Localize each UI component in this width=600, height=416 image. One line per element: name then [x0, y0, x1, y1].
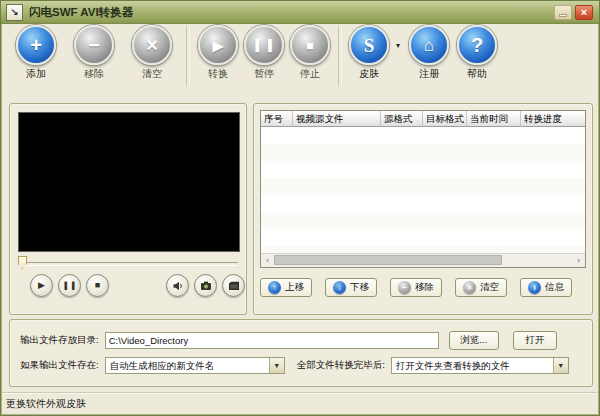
- col-current-time[interactable]: 当前时间: [467, 111, 521, 127]
- x-icon: ×: [463, 281, 476, 294]
- done-label: 全部文件转换完毕后:: [297, 359, 385, 372]
- open-button[interactable]: 打开: [513, 331, 557, 350]
- remove-item-button[interactable]: − 移除: [390, 278, 442, 297]
- browse-button[interactable]: 浏览...: [449, 331, 499, 350]
- player-play-button[interactable]: ▶: [30, 274, 53, 297]
- scroll-right-icon[interactable]: ›: [572, 254, 585, 266]
- clear-icon: ×: [132, 25, 172, 65]
- pause-button[interactable]: ▌▐ 暂停: [241, 25, 287, 81]
- register-button[interactable]: ⌂ 注册: [405, 25, 453, 81]
- clear-button[interactable]: × 清空: [123, 25, 181, 81]
- convert-button[interactable]: ▶ 转换: [195, 25, 241, 81]
- col-target-format[interactable]: 目标格式: [423, 111, 467, 127]
- clear-list-button[interactable]: × 清空: [455, 278, 507, 297]
- window-title: 闪电SWF AVI转换器: [29, 5, 133, 20]
- chevron-down-icon[interactable]: ▼: [553, 358, 568, 373]
- volume-button[interactable]: [166, 274, 189, 297]
- filelist-panel: 序号 视频源文件 源格式 目标格式 当前时间 转换进度 ‹ › ↑ 上移 ↓ 下…: [253, 103, 593, 315]
- minimize-button[interactable]: [554, 5, 572, 20]
- app-icon: ↘: [6, 4, 23, 21]
- output-dir-label: 输出文件存放目录:: [20, 334, 99, 347]
- add-icon: +: [16, 25, 56, 65]
- info-icon: i: [528, 281, 541, 294]
- seek-thumb[interactable]: [18, 256, 27, 269]
- seek-track: [20, 262, 238, 266]
- move-down-button[interactable]: ↓ 下移: [325, 278, 377, 297]
- col-source-format[interactable]: 源格式: [381, 111, 423, 127]
- stop-icon: ■: [290, 25, 330, 65]
- add-button[interactable]: + 添加: [7, 25, 65, 81]
- status-bar: 更换软件外观皮肤: [2, 392, 598, 414]
- col-progress[interactable]: 转换进度: [521, 111, 585, 127]
- skin-icon: S: [349, 25, 389, 65]
- status-text: 更换软件外观皮肤: [6, 397, 86, 411]
- up-arrow-icon: ↑: [268, 281, 281, 294]
- pause-icon: ▌▐: [244, 25, 284, 65]
- toolbar-separator: [338, 27, 342, 85]
- table-body[interactable]: [261, 127, 585, 253]
- snapshot-button[interactable]: [194, 274, 217, 297]
- scroll-left-icon[interactable]: ‹: [261, 254, 274, 266]
- skin-dropdown-arrow-icon[interactable]: ▾: [391, 41, 405, 50]
- video-preview: [18, 112, 240, 252]
- seek-slider[interactable]: [18, 256, 240, 270]
- player-controls: ▶ ▌▐ ■: [10, 274, 246, 300]
- preview-panel: ▶ ▌▐ ■: [9, 103, 247, 315]
- done-combobox[interactable]: 打开文件夹查看转换的文件 ▼: [391, 357, 569, 374]
- app-window: ↘ 闪电SWF AVI转换器 × + 添加 − 移除 × 清空 ▶ 转换 ▌▐: [0, 0, 600, 416]
- stop-button[interactable]: ■ 停止: [287, 25, 333, 81]
- fullscreen-button[interactable]: [222, 274, 245, 297]
- horizontal-scrollbar[interactable]: ‹ ›: [261, 253, 585, 267]
- output-dir-input[interactable]: [105, 332, 439, 349]
- move-up-button[interactable]: ↑ 上移: [260, 278, 312, 297]
- screen-icon: [228, 280, 240, 292]
- camera-icon: [200, 280, 212, 292]
- toolbar-separator: [186, 27, 190, 85]
- chevron-down-icon[interactable]: ▼: [269, 358, 284, 373]
- down-arrow-icon: ↓: [333, 281, 346, 294]
- convert-play-icon: ▶: [198, 25, 238, 65]
- exists-label: 如果输出文件存在:: [20, 359, 99, 372]
- remove-button[interactable]: − 移除: [65, 25, 123, 81]
- player-stop-button[interactable]: ■: [86, 274, 109, 297]
- help-button[interactable]: ? 帮助: [453, 25, 501, 81]
- minimize-icon: [559, 14, 567, 17]
- table-header: 序号 视频源文件 源格式 目标格式 当前时间 转换进度: [261, 111, 585, 127]
- player-pause-button[interactable]: ▌▐: [58, 274, 81, 297]
- remove-icon: −: [74, 25, 114, 65]
- col-index[interactable]: 序号: [261, 111, 293, 127]
- minus-icon: −: [398, 281, 411, 294]
- list-actions: ↑ 上移 ↓ 下移 − 移除 × 清空 i 信息: [260, 278, 572, 297]
- info-button[interactable]: i 信息: [520, 278, 572, 297]
- output-panel: 输出文件存放目录: 浏览... 打开 如果输出文件存在: 自动生成相应的新文件名…: [9, 319, 593, 387]
- close-button[interactable]: ×: [575, 5, 593, 20]
- col-source-file[interactable]: 视频源文件: [293, 111, 381, 127]
- toolbar: + 添加 − 移除 × 清空 ▶ 转换 ▌▐ 暂停 ■ 停止 S 皮肤 ▾: [7, 25, 501, 85]
- titlebar[interactable]: ↘ 闪电SWF AVI转换器 ×: [1, 1, 599, 24]
- file-table[interactable]: 序号 视频源文件 源格式 目标格式 当前时间 转换进度 ‹ ›: [260, 110, 586, 268]
- speaker-icon: [172, 280, 184, 292]
- scroll-thumb[interactable]: [274, 255, 502, 265]
- help-icon: ?: [457, 25, 497, 65]
- skin-button[interactable]: S 皮肤: [347, 25, 391, 81]
- exists-combobox[interactable]: 自动生成相应的新文件名 ▼: [105, 357, 285, 374]
- home-icon: ⌂: [409, 25, 449, 65]
